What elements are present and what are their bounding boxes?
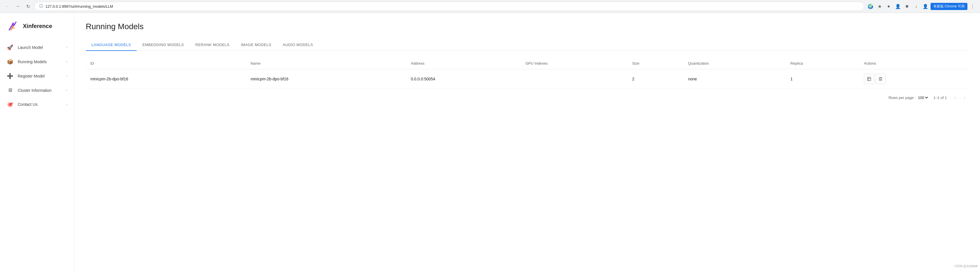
cell-actions-0 xyxy=(859,69,969,89)
menu-button[interactable]: ⋮ xyxy=(969,2,977,10)
cell-0-4: 2 xyxy=(627,69,683,89)
logo-icon xyxy=(7,20,19,32)
next-page-button[interactable]: › xyxy=(961,94,969,102)
main-content: Running Models LANGUAGE MODELSEMBEDDING … xyxy=(74,13,980,270)
register-model-chevron: › xyxy=(66,74,67,78)
rows-per-page-label: Rows per page: xyxy=(889,96,915,100)
cell-0-0: minicpm-2b-dpo-bf16 xyxy=(86,69,246,89)
sidebar: Xinference 🚀 Launch Model › 📦 Running Mo… xyxy=(0,13,74,270)
tabs: LANGUAGE MODELSEMBEDDING MODELSRERANK MO… xyxy=(86,39,969,51)
reload-button[interactable]: ↻ xyxy=(24,2,32,10)
sidebar-item-register-model[interactable]: ➕ Register Model › xyxy=(0,69,74,83)
table-header: IDNameAddressGPU IndexesSizeQuantization… xyxy=(86,58,969,69)
cluster-information-icon: 🖥 xyxy=(7,87,13,93)
tab-audio-models[interactable]: AUDIO MODELS xyxy=(277,39,319,51)
sidebar-item-running-models[interactable]: 📦 Running Models › xyxy=(0,54,74,69)
app-container: Xinference 🚀 Launch Model › 📦 Running Mo… xyxy=(0,13,980,270)
chrome-update-badge[interactable]: 有新版 Chrome 可用 xyxy=(931,3,967,10)
back-button[interactable]: ← xyxy=(3,2,11,10)
sidebar-logo: Xinference xyxy=(0,13,74,38)
rows-per-page: Rows per page: 100 25 50 xyxy=(889,95,929,100)
tab-image-models[interactable]: IMAGE MODELS xyxy=(235,39,277,51)
browser-toolbar: ← → ↻ ⓘ 127.0.0.1:9997/ui/#/running_mode… xyxy=(0,0,980,13)
browser-chrome: ← → ↻ ⓘ 127.0.0.1:9997/ui/#/running_mode… xyxy=(0,0,980,13)
col-id: ID xyxy=(86,58,246,69)
lock-icon: ⓘ xyxy=(39,4,43,9)
register-model-icon: ➕ xyxy=(7,73,13,79)
col-quantization: Quantization xyxy=(684,58,786,69)
rows-per-page-select[interactable]: 100 25 50 xyxy=(917,95,929,100)
cell-0-6: 1 xyxy=(786,69,859,89)
register-model-label: Register Model xyxy=(18,74,62,78)
profile-button[interactable]: 👤 xyxy=(894,2,902,10)
pagination-nav: ‹ › xyxy=(951,94,969,102)
col-name: Name xyxy=(246,58,406,69)
cell-0-5: none xyxy=(684,69,786,89)
translate-button[interactable]: 🌍 xyxy=(867,2,875,10)
url-text: 127.0.0.1:9997/ui/#/running_models/LLM xyxy=(45,4,859,9)
table-container: IDNameAddressGPU IndexesSizeQuantization… xyxy=(86,58,969,104)
tab-language-models[interactable]: LANGUAGE MODELS xyxy=(86,39,137,51)
running-models-icon: 📦 xyxy=(7,59,13,65)
forward-button[interactable]: → xyxy=(14,2,22,10)
table-row: minicpm-2b-dpo-bf16minicpm-2b-dpo-bf160.… xyxy=(86,69,969,89)
view-model-button[interactable] xyxy=(864,74,874,84)
table-header-row: IDNameAddressGPU IndexesSizeQuantization… xyxy=(86,58,969,69)
cell-0-2: 0.0.0.0:50054 xyxy=(406,69,521,89)
models-table: IDNameAddressGPU IndexesSizeQuantization… xyxy=(86,58,969,89)
col-gpu-indexes: GPU Indexes xyxy=(521,58,627,69)
page-title: Running Models xyxy=(86,22,969,31)
delete-model-button[interactable] xyxy=(875,74,886,84)
col-replica: Replica xyxy=(786,58,859,69)
pagination: Rows per page: 100 25 50 1–1 of 1 ‹ › xyxy=(86,89,969,104)
watermark: CSDN @水的精神 xyxy=(955,264,978,268)
sidebar-nav: 🚀 Launch Model › 📦 Running Models › ➕ Re… xyxy=(0,38,74,270)
bookmark-button[interactable]: ★ xyxy=(876,2,884,10)
tab-embedding-models[interactable]: EMBEDDING MODELS xyxy=(137,39,189,51)
col-address: Address xyxy=(406,58,521,69)
sidebar-item-launch-model[interactable]: 🚀 Launch Model › xyxy=(0,40,74,54)
sidebar-item-contact-us[interactable]: 🐙 Contact Us › xyxy=(0,97,74,112)
tab-rerank-models[interactable]: RERANK MODELS xyxy=(190,39,235,51)
contact-us-label: Contact Us xyxy=(18,102,62,107)
col-size: Size xyxy=(627,58,683,69)
extensions-button[interactable]: ■ xyxy=(903,2,911,10)
download-button[interactable]: ↓ xyxy=(912,2,920,10)
logo-text: Xinference xyxy=(23,23,52,29)
sidebar-item-cluster-information[interactable]: 🖥 Cluster Information › xyxy=(0,83,74,97)
launch-model-icon: 🚀 xyxy=(7,44,13,51)
profile-circle-button[interactable]: ● xyxy=(885,2,893,10)
contact-us-icon: 🐙 xyxy=(7,101,13,107)
launch-model-label: Launch Model xyxy=(18,45,62,50)
contact-us-chevron: › xyxy=(66,102,67,106)
col-actions: Actions xyxy=(859,58,969,69)
actions-cell xyxy=(864,74,964,84)
cell-0-1: minicpm-2b-dpo-bf16 xyxy=(246,69,406,89)
pagination-info: 1–1 of 1 xyxy=(934,96,947,100)
browser-actions: 🌍 ★ ● 👤 ■ ↓ 👤 有新版 Chrome 可用 ⋮ xyxy=(867,2,977,10)
cell-0-3 xyxy=(521,69,627,89)
running-models-label: Running Models xyxy=(18,59,62,64)
table-body: minicpm-2b-dpo-bf16minicpm-2b-dpo-bf160.… xyxy=(86,69,969,89)
svg-point-1 xyxy=(12,22,14,25)
cluster-information-chevron: › xyxy=(66,88,67,93)
prev-page-button[interactable]: ‹ xyxy=(951,94,959,102)
running-models-chevron: › xyxy=(66,60,67,64)
launch-model-chevron: › xyxy=(66,45,67,50)
cluster-information-label: Cluster Information xyxy=(18,88,62,93)
svg-rect-2 xyxy=(867,77,871,81)
address-bar[interactable]: ⓘ 127.0.0.1:9997/ui/#/running_models/LLM xyxy=(34,2,864,11)
account-button[interactable]: 👤 xyxy=(921,2,929,10)
